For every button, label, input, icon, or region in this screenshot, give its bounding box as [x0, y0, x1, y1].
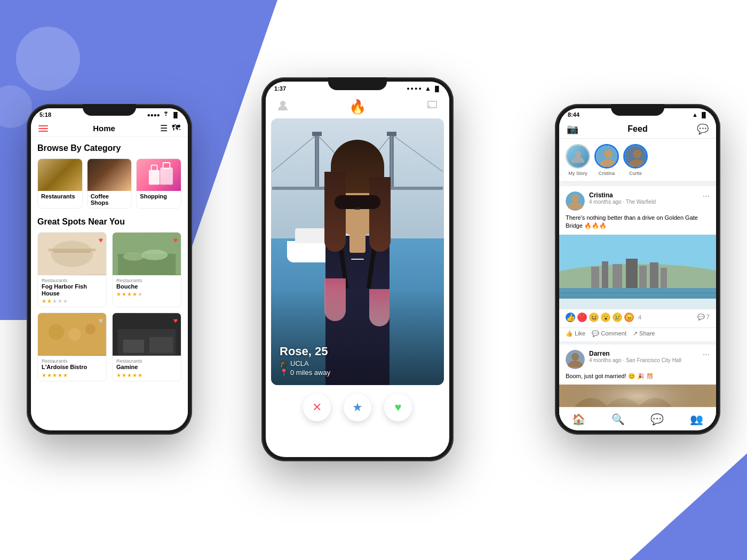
camera-icon[interactable]: 📷: [567, 123, 578, 135]
story-my-story[interactable]: My Story: [566, 144, 590, 176]
sad-emoji: 😢: [613, 313, 622, 322]
svg-line-28: [392, 134, 443, 172]
curtis-story-label: Curtis: [629, 171, 642, 176]
spot-lardoise[interactable]: ♥ Restaurants L'Ardoise Bistro ★★ ★★★: [37, 313, 107, 381]
fb-bottom-nav: 🏠 🔍 💬 👥: [559, 407, 716, 430]
spot-name-4: Gamine: [116, 364, 177, 371]
battery-r: ▐▌: [700, 112, 708, 118]
svg-rect-6: [49, 249, 96, 251]
svg-rect-0: [149, 170, 160, 185]
svg-point-53: [571, 353, 579, 361]
battery-icon: ▐▌: [172, 112, 179, 118]
yelp-content: Browse By Category Restaurants Coffee Sh…: [31, 137, 188, 421]
post-meta-2: Darren 4 months ago · San Francisco City…: [589, 350, 698, 363]
post-more-1[interactable]: ···: [703, 191, 710, 201]
tinder-actions: ✕ ★ ♥: [266, 385, 449, 427]
cristina-story-label: Cristina: [599, 171, 615, 176]
spot-img-3: [38, 313, 106, 356]
heart-4: ♥: [173, 316, 178, 325]
spot-info-2: Restaurants Bouche ★★ ★★★: [113, 275, 181, 300]
svg-rect-31: [387, 132, 396, 136]
right-status-icons: ▲ ▐▌: [692, 111, 708, 118]
post-header-2: Darren 4 months ago · San Francisco City…: [559, 345, 716, 372]
center-phone-notch: [328, 77, 387, 90]
center-time: 1:37: [274, 85, 286, 92]
spot-img-4: [113, 313, 181, 356]
browse-section-title: Browse By Category: [37, 143, 181, 153]
list-icon[interactable]: ☰: [160, 123, 168, 133]
cristina-avatar: [566, 191, 585, 211]
spot-bouche[interactable]: ♥ Restaurants Bouche ★★ ★★★: [112, 232, 181, 307]
angry-emoji: 😠: [624, 313, 634, 322]
story-curtis[interactable]: Curtis: [623, 144, 648, 176]
spot-info-3: Restaurants L'Ardoise Bistro ★★ ★★★: [38, 356, 106, 380]
post-text-1: There's nothing better than a drive on G…: [559, 214, 716, 235]
spot-name-1: Fog Harbor Fish House: [42, 283, 102, 297]
dislike-button[interactable]: ✕: [303, 394, 331, 421]
svg-rect-18: [123, 340, 144, 353]
wifi-r: ▲: [692, 111, 698, 118]
fb-content: My Story Cristina: [559, 139, 716, 422]
app-title: Home: [93, 124, 115, 133]
message-icon[interactable]: [426, 99, 439, 115]
comment-action[interactable]: 💬 Comment: [592, 330, 626, 337]
my-story-label: My Story: [568, 171, 587, 176]
yelp-header: Home ☰ 🗺: [31, 119, 188, 137]
post-time-1: 4 months ago: [589, 199, 622, 205]
left-phone-notch: [83, 104, 136, 116]
stories-row: My Story Cristina: [559, 139, 716, 182]
svg-point-13: [49, 324, 65, 340]
center-phone-screen: 1:37 ●●●● ▲ ▐▌ 🔥: [266, 82, 449, 457]
superlike-button[interactable]: ★: [344, 394, 371, 421]
tinder-flame-icon: 🔥: [349, 99, 366, 115]
category-coffee[interactable]: Coffee Shops: [87, 158, 132, 209]
search-nav-icon[interactable]: 🔍: [611, 413, 625, 426]
map-icon[interactable]: 🗺: [172, 123, 180, 133]
spot-cat-1: Restaurants: [42, 278, 102, 283]
svg-point-14: [68, 329, 81, 341]
spot-cat-2: Restaurants: [116, 278, 177, 283]
menu-button[interactable]: [38, 125, 48, 132]
spot-img-wrap-3: ♥: [38, 313, 106, 356]
svg-point-34: [604, 150, 613, 158]
chat-nav-icon[interactable]: 💬: [650, 413, 664, 426]
phones-container: 5:18 ●●●● ▐▌ Home ☰ 🗺: [0, 0, 747, 560]
center-phone: 1:37 ●●●● ▲ ▐▌ 🔥: [261, 77, 454, 461]
comments-count: 💬 7: [697, 314, 710, 321]
spot-cat-4: Restaurants: [116, 358, 177, 364]
shopping-label: Shopping: [137, 191, 181, 202]
home-nav-icon[interactable]: 🏠: [572, 413, 585, 426]
restaurants-label: Restaurants: [38, 191, 82, 202]
spot-fog-harbor[interactable]: ♥ Restaurants Fog Harbor Fish House ★★ ★…: [37, 232, 107, 307]
svg-point-36: [633, 150, 641, 158]
people-nav-icon[interactable]: 👥: [690, 413, 703, 426]
tinder-header: 🔥: [266, 93, 449, 118]
tinder-card[interactable]: Rose, 25 🎓 UCLA 📍 0 miles away: [271, 118, 444, 385]
story-cristina[interactable]: Cristina: [594, 144, 619, 176]
distance-text: 0 miles away: [290, 369, 330, 377]
darren-avatar: [566, 350, 585, 369]
share-action[interactable]: ↗ Share: [633, 330, 655, 337]
post-actions-1: 👍 Like 💬 Comment ↗ Share: [559, 327, 716, 341]
like-action[interactable]: 👍 Like: [566, 330, 585, 337]
post-more-2[interactable]: ···: [703, 350, 710, 359]
category-restaurants[interactable]: Restaurants: [37, 158, 83, 209]
messenger-icon[interactable]: 💬: [697, 123, 709, 135]
post-meta-1: Cristina 4 months ago · The Warfield: [589, 191, 698, 205]
photo-scene: Rose, 25 🎓 UCLA 📍 0 miles away: [271, 118, 444, 385]
tinder-profile-info: Rose, 25 🎓 UCLA 📍 0 miles away: [280, 345, 330, 377]
heart-2: ♥: [173, 236, 178, 244]
stars-4: ★★ ★★★: [116, 372, 177, 378]
spot-gamine[interactable]: ♥ Restaurants Gamine ★★ ★★★: [112, 313, 181, 381]
spots-section-title: Great Spots Near You: [37, 217, 181, 227]
reactions-row-1: 👍 ❤️ 😆 😮 😢 😠 4 💬 7: [559, 309, 716, 325]
like-button[interactable]: ♥: [384, 394, 412, 421]
svg-point-38: [571, 195, 579, 202]
profile-name: Rose, 25: [280, 345, 330, 358]
profile-icon[interactable]: [276, 99, 289, 115]
spot-cat-3: Restaurants: [42, 358, 102, 364]
category-shopping[interactable]: Shopping: [136, 158, 181, 209]
coffee-label: Coffee Shops: [88, 191, 132, 208]
svg-rect-30: [312, 132, 322, 136]
wow-emoji: 😮: [601, 313, 610, 322]
